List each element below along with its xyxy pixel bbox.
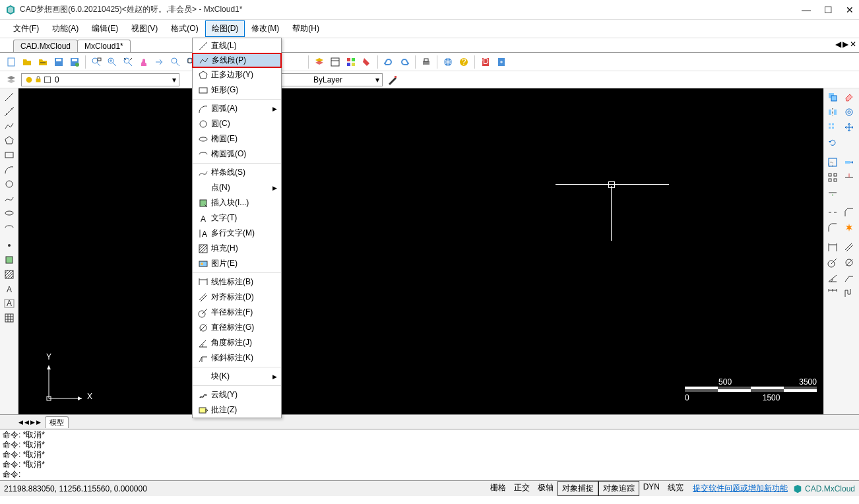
text-tool-icon[interactable]: A (2, 282, 16, 296)
menu-view[interactable]: 视图(V) (125, 20, 164, 37)
saveas-icon[interactable] (67, 55, 82, 69)
pdf-icon[interactable]: PDF (478, 55, 493, 69)
maximize-button[interactable]: ☐ (824, 5, 833, 15)
menu-item-对齐标注d[interactable]: 对齐标注(D) (193, 290, 281, 305)
props-icon[interactable] (328, 55, 342, 69)
table-tool-icon[interactable] (2, 311, 16, 325)
menu-item-块k[interactable]: 块(K)▶ (193, 369, 281, 384)
menu-help[interactable]: 帮助(H) (286, 20, 326, 37)
rect-tool-icon[interactable] (2, 148, 16, 162)
line-tool-icon[interactable] (2, 90, 16, 104)
point-tool-icon[interactable] (2, 238, 16, 252)
minimize-button[interactable]: — (802, 5, 811, 15)
menu-item-圆c[interactable]: 圆(C) (193, 116, 281, 131)
grid-icon[interactable] (825, 170, 840, 185)
help-icon[interactable]: ? (457, 55, 471, 69)
mtext-tool-icon[interactable]: A (2, 296, 16, 310)
linetype-selector[interactable]: ByLayer▾ (277, 73, 383, 86)
print-icon[interactable] (419, 55, 433, 69)
menu-item-插入块i[interactable]: 插入块(I...) (193, 195, 281, 210)
dimordinate-icon[interactable] (842, 286, 856, 300)
extend-icon[interactable] (825, 185, 840, 200)
stretch-icon[interactable] (842, 155, 856, 170)
status-lwt[interactable]: 线宽 (664, 481, 687, 496)
offset-icon[interactable] (842, 105, 856, 119)
match-icon[interactable] (385, 73, 400, 87)
menu-file[interactable]: 文件(F) (7, 20, 46, 37)
color-icon[interactable] (344, 55, 358, 69)
menu-item-线性标注b[interactable]: 线性标注(B) (193, 274, 281, 290)
menu-item-多行文字m[interactable]: A多行文字(M) (193, 226, 281, 241)
dimdiameter-icon[interactable] (842, 255, 856, 270)
status-osnap[interactable]: 对象捕捉 (557, 481, 598, 496)
layer-icon[interactable] (312, 55, 327, 69)
menu-item-多线段p[interactable]: 多线段(P) (192, 53, 282, 68)
dimcontinue-icon[interactable] (825, 286, 840, 300)
paint-icon[interactable] (360, 55, 374, 69)
array-icon[interactable] (825, 120, 840, 135)
menu-edit[interactable]: 编辑(E) (85, 20, 125, 37)
menu-item-文字t[interactable]: A文字(T) (193, 210, 281, 226)
redo-icon[interactable] (397, 55, 412, 69)
fillet-icon[interactable] (825, 220, 840, 235)
model-tab[interactable]: 模型 (45, 416, 69, 428)
tab-mxcloud1[interactable]: MxCloud1* (77, 40, 131, 52)
menu-item-椭圆弧o[interactable]: 椭圆弧(O) (193, 146, 281, 162)
status-grid[interactable]: 栅格 (486, 481, 510, 496)
tab-cad-mxcloud[interactable]: CAD.MxCloud (13, 40, 78, 52)
arc-tool-icon[interactable] (2, 162, 16, 176)
menu-draw[interactable]: 绘图(D) (205, 20, 245, 37)
tab-next[interactable]: ▶ (843, 40, 848, 49)
menu-item-圆弧a[interactable]: 圆弧(A)▶ (193, 101, 281, 116)
xline-tool-icon[interactable] (2, 104, 16, 118)
menu-item-倾斜标注k[interactable]: 倾斜标注(K) (193, 350, 281, 365)
menu-item-填充h[interactable]: 填充(H) (193, 241, 281, 256)
pline-tool-icon[interactable] (2, 119, 16, 133)
zoom-window-icon[interactable] (89, 55, 104, 69)
menu-item-正多边形y[interactable]: 正多边形(Y) (193, 67, 281, 82)
layer-manager-icon[interactable] (4, 73, 18, 87)
menu-item-点n[interactable]: 点(N)▶ (193, 180, 281, 195)
menu-item-半径标注f[interactable]: 半径标注(F) (193, 305, 281, 320)
polygon-tool-icon[interactable] (2, 133, 16, 147)
erase-icon[interactable] (842, 90, 856, 104)
menu-item-椭圆e[interactable]: 椭圆(E) (193, 131, 281, 146)
mirror-icon[interactable] (825, 105, 840, 119)
move-icon[interactable] (842, 120, 856, 135)
ellipsearc-tool-icon[interactable] (2, 220, 16, 234)
ellipse-tool-icon[interactable] (2, 206, 16, 220)
tab-close[interactable]: ✕ (850, 40, 856, 49)
menu-item-直线l[interactable]: 直线(L) (193, 38, 281, 53)
trim-icon[interactable] (842, 170, 856, 185)
drawing-canvas[interactable]: Y X 5003500 01500 (18, 88, 823, 414)
copy-icon[interactable] (825, 90, 840, 104)
menu-function[interactable]: 功能(A) (46, 20, 85, 37)
zoom-extents-icon[interactable] (121, 55, 135, 69)
layer-selector[interactable]: 0 ▾ (21, 73, 179, 86)
dimlinear-icon[interactable] (825, 240, 840, 255)
close-button[interactable]: ✕ (846, 5, 854, 15)
open-icon[interactable] (20, 55, 34, 69)
zoom-prev-icon[interactable] (152, 55, 167, 69)
circle-tool-icon[interactable] (2, 177, 16, 191)
new-icon[interactable] (4, 55, 18, 69)
dimaligned-icon[interactable] (842, 240, 856, 255)
menu-item-矩形g[interactable]: 矩形(G) (193, 82, 281, 98)
menu-item-云线y[interactable]: 云线(Y) (193, 387, 281, 402)
break-icon[interactable] (825, 205, 840, 220)
dimangular-icon[interactable] (825, 270, 840, 285)
rotate-icon[interactable] (825, 135, 840, 150)
status-polar[interactable]: 极轴 (534, 481, 557, 496)
status-otrack[interactable]: 对象追踪 (598, 481, 639, 496)
menu-item-角度标注j[interactable]: 角度标注(J) (193, 335, 281, 350)
menu-item-样条线s[interactable]: 样条线(S) (193, 165, 281, 180)
dimradius-icon[interactable] (825, 255, 840, 270)
explode-icon[interactable] (842, 220, 856, 235)
pan-icon[interactable] (137, 55, 151, 69)
scale-icon[interactable] (825, 155, 840, 170)
save-icon[interactable] (51, 55, 66, 69)
feedback-link[interactable]: 提交软件问题或增加新功能 (693, 483, 788, 494)
menu-item-图片e[interactable]: 图片(E) (193, 256, 281, 271)
menu-modify[interactable]: 修改(M) (245, 20, 286, 37)
web-icon[interactable] (441, 55, 455, 69)
